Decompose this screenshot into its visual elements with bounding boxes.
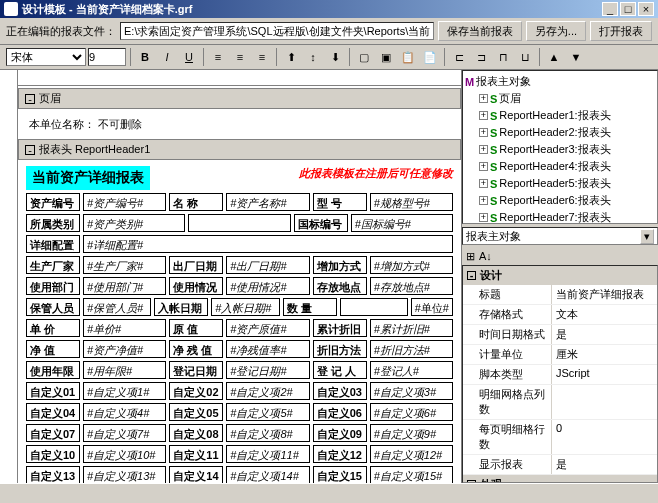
prop-value[interactable]: 当前资产详细报表 xyxy=(551,285,657,304)
prop-value[interactable]: 文本 xyxy=(551,305,657,324)
field-value[interactable]: #自定义项1# xyxy=(83,382,166,400)
collapse-icon[interactable]: - xyxy=(467,271,476,280)
sort-icon[interactable]: A↓ xyxy=(479,250,492,263)
field-label[interactable]: 自定义10 xyxy=(26,445,80,463)
property-row[interactable]: 计量单位厘米 xyxy=(463,345,657,365)
section-header[interactable]: - 页眉 xyxy=(18,88,461,109)
field-label[interactable]: 自定义09 xyxy=(313,424,367,442)
snap-left-icon[interactable]: ⊏ xyxy=(449,47,469,67)
path-input[interactable] xyxy=(120,22,434,40)
field-value[interactable]: #国标编号# xyxy=(351,214,453,232)
property-row[interactable]: 标题当前资产详细报表 xyxy=(463,285,657,305)
field-value[interactable] xyxy=(188,214,290,232)
bring-front-icon[interactable]: ▲ xyxy=(544,47,564,67)
field-value[interactable]: #自定义项4# xyxy=(83,403,166,421)
field-value[interactable]: #保管人员# xyxy=(83,298,151,316)
field-value[interactable]: #资产类别# xyxy=(83,214,185,232)
field-value[interactable]: #折旧方法# xyxy=(370,340,453,358)
field-label[interactable]: 保管人员 xyxy=(26,298,80,316)
field-value[interactable]: #使用情况# xyxy=(226,277,309,295)
field-label[interactable]: 自定义03 xyxy=(313,382,367,400)
field-value[interactable] xyxy=(340,298,408,316)
prop-value[interactable] xyxy=(551,385,657,419)
field-value[interactable]: #登记人# xyxy=(370,361,453,379)
field-label[interactable]: 自定义13 xyxy=(26,466,80,483)
tree-node[interactable]: + S ReportHeader7:报表头 xyxy=(465,209,655,224)
property-row[interactable]: 明细网格点列数 xyxy=(463,385,657,420)
prop-value[interactable]: 厘米 xyxy=(551,345,657,364)
save-report-button[interactable]: 保存当前报表 xyxy=(438,21,522,41)
header-text[interactable]: 本单位名称： 不可删除 xyxy=(26,115,453,133)
expand-icon[interactable]: + xyxy=(479,213,488,222)
field-value[interactable]: #单价# xyxy=(83,319,166,337)
field-label[interactable]: 登 记 人 xyxy=(313,361,367,379)
expand-icon[interactable]: + xyxy=(479,179,488,188)
field-label[interactable]: 增加方式 xyxy=(313,256,367,274)
align-right-icon[interactable]: ≡ xyxy=(252,47,272,67)
section-reportheader[interactable]: - 报表头 ReportHeader1 xyxy=(18,139,461,160)
expand-icon[interactable]: + xyxy=(479,162,488,171)
field-label[interactable]: 自定义05 xyxy=(169,403,223,421)
field-value[interactable]: #规格型号# xyxy=(370,193,453,211)
align-center-icon[interactable]: ≡ xyxy=(230,47,250,67)
font-select[interactable]: 宋体 xyxy=(6,48,86,66)
tree-node[interactable]: + S ReportHeader1:报表头 xyxy=(465,107,655,124)
collapse-icon[interactable]: - xyxy=(25,145,35,155)
field-value[interactable]: #自定义项2# xyxy=(226,382,309,400)
field-value[interactable]: #自定义项12# xyxy=(370,445,453,463)
field-label[interactable]: 型 号 xyxy=(313,193,367,211)
field-value[interactable]: #累计折旧# xyxy=(370,319,453,337)
field-value[interactable]: #自定义项7# xyxy=(83,424,166,442)
field-value[interactable]: #自定义项11# xyxy=(226,445,309,463)
field-label[interactable]: 自定义07 xyxy=(26,424,80,442)
field-value[interactable]: #自定义项6# xyxy=(370,403,453,421)
field-label[interactable]: 折旧方法 xyxy=(313,340,367,358)
valign-middle-icon[interactable]: ↕ xyxy=(303,47,323,67)
field-label[interactable]: 数 量 xyxy=(283,298,337,316)
report-title[interactable]: 当前资产详细报表 xyxy=(26,166,150,190)
field-label[interactable]: 自定义02 xyxy=(169,382,223,400)
expand-icon[interactable]: + xyxy=(479,111,488,120)
field-label[interactable]: 自定义04 xyxy=(26,403,80,421)
expand-icon[interactable]: + xyxy=(479,196,488,205)
object-tree[interactable]: M 报表主对象 + S 页眉+ S ReportHeader1:报表头+ S R… xyxy=(462,70,658,224)
categorize-icon[interactable]: ⊞ xyxy=(466,250,475,263)
field-unit[interactable]: #单位# xyxy=(411,298,453,316)
field-label[interactable]: 净 残 值 xyxy=(169,340,223,358)
field-value[interactable]: #自定义项9# xyxy=(370,424,453,442)
field-value[interactable]: #自定义项13# xyxy=(83,466,166,483)
prop-group-appearance[interactable]: - 外观 xyxy=(463,475,657,483)
property-grid[interactable]: - 设计 标题当前资产详细报表存储格式文本时间日期格式是计量单位厘米脚本类型JS… xyxy=(462,265,658,483)
bold-icon[interactable]: B xyxy=(135,47,155,67)
copy-icon[interactable]: 📋 xyxy=(398,47,418,67)
field-label[interactable]: 自定义14 xyxy=(169,466,223,483)
dropdown-icon[interactable]: ▾ xyxy=(640,229,654,244)
field-value[interactable]: #自定义项5# xyxy=(226,403,309,421)
tree-node[interactable]: + S ReportHeader6:报表头 xyxy=(465,192,655,209)
field-value[interactable]: #净残值率# xyxy=(226,340,309,358)
prop-value[interactable]: JScript xyxy=(551,365,657,384)
field-label[interactable]: 单 价 xyxy=(26,319,80,337)
open-report-button[interactable]: 打开报表 xyxy=(590,21,652,41)
expand-icon[interactable]: + xyxy=(479,145,488,154)
tree-node[interactable]: + S ReportHeader5:报表头 xyxy=(465,175,655,192)
property-row[interactable]: 每页明细格行数0 xyxy=(463,420,657,455)
italic-icon[interactable]: I xyxy=(157,47,177,67)
field-value[interactable]: #详细配置# xyxy=(83,235,453,253)
field-value[interactable]: #出厂日期# xyxy=(226,256,309,274)
field-value[interactable]: #自定义项3# xyxy=(370,382,453,400)
property-row[interactable]: 时间日期格式是 xyxy=(463,325,657,345)
field-label[interactable]: 使用年限 xyxy=(26,361,80,379)
field-label[interactable]: 资产编号 xyxy=(26,193,80,211)
collapse-icon[interactable]: - xyxy=(25,94,35,104)
field-value[interactable]: #自定义项10# xyxy=(83,445,166,463)
field-label[interactable]: 所属类别 xyxy=(26,214,80,232)
snap-bottom-icon[interactable]: ⊔ xyxy=(515,47,535,67)
field-value[interactable]: #生产厂家# xyxy=(83,256,166,274)
field-value[interactable]: #自定义项8# xyxy=(226,424,309,442)
field-label[interactable]: 自定义06 xyxy=(313,403,367,421)
prop-value[interactable]: 0 xyxy=(551,420,657,454)
maximize-button[interactable]: □ xyxy=(620,2,636,16)
border-icon[interactable]: ▢ xyxy=(354,47,374,67)
expand-icon[interactable]: + xyxy=(479,94,488,103)
